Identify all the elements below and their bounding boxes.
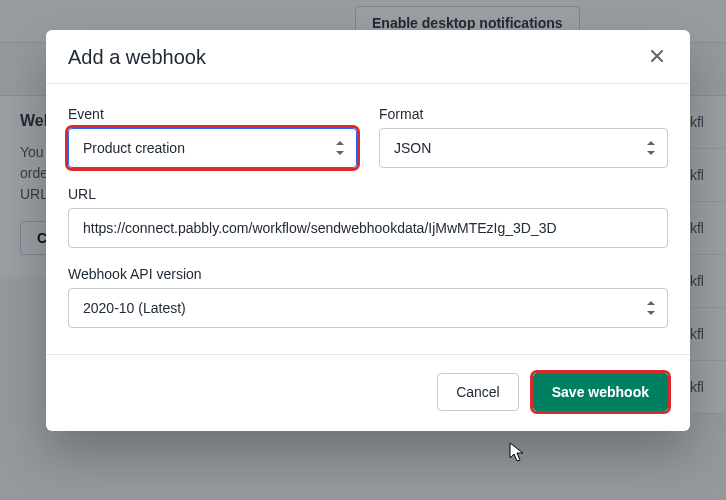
modal-body: Event Product creation Format JSON URL h… [46, 84, 690, 354]
format-select-value: JSON [394, 140, 431, 156]
api-version-label: Webhook API version [68, 266, 668, 282]
select-arrows-icon [647, 301, 657, 315]
close-icon [649, 46, 665, 69]
save-webhook-button[interactable]: Save webhook [533, 373, 668, 411]
modal-header: Add a webhook [46, 30, 690, 84]
url-input-value: https://connect.pabbly.com/workflow/send… [83, 220, 557, 236]
modal-footer: Cancel Save webhook [46, 354, 690, 431]
format-select[interactable]: JSON [379, 128, 668, 168]
api-version-select-value: 2020-10 (Latest) [83, 300, 186, 316]
cancel-button[interactable]: Cancel [437, 373, 519, 411]
event-label: Event [68, 106, 357, 122]
event-select[interactable]: Product creation [68, 128, 357, 168]
url-label: URL [68, 186, 668, 202]
select-arrows-icon [336, 141, 346, 155]
add-webhook-modal: Add a webhook Event Product creation For… [46, 30, 690, 431]
url-input[interactable]: https://connect.pabbly.com/workflow/send… [68, 208, 668, 248]
format-label: Format [379, 106, 668, 122]
modal-title: Add a webhook [68, 46, 206, 69]
select-arrows-icon [647, 141, 657, 155]
close-button[interactable] [646, 47, 668, 69]
event-select-value: Product creation [83, 140, 185, 156]
api-version-select[interactable]: 2020-10 (Latest) [68, 288, 668, 328]
